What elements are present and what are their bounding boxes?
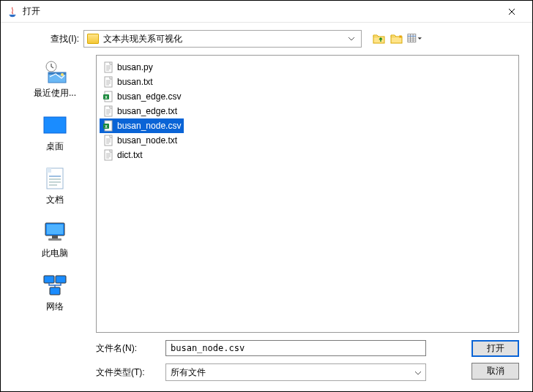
file-list[interactable]: busan.pybusan.txtXbusan_edge.csvbusan_ed… bbox=[96, 55, 519, 333]
java-icon bbox=[7, 6, 18, 18]
file-type-label: 文件类型(T): bbox=[96, 366, 165, 379]
file-name: dict.txt bbox=[117, 150, 143, 160]
up-folder-button[interactable] bbox=[372, 31, 387, 46]
file-item[interactable]: Xbusan_node.csv bbox=[100, 118, 184, 133]
file-item[interactable]: busan.txt bbox=[100, 75, 156, 89]
file-item[interactable]: busan.py bbox=[100, 60, 156, 75]
look-in-label: 查找(I): bbox=[14, 33, 83, 45]
svg-rect-19 bbox=[47, 225, 63, 234]
chevron-down-icon bbox=[345, 31, 358, 47]
sidebar-item-documents[interactable]: 文档 bbox=[14, 166, 96, 206]
text-file-icon bbox=[102, 135, 114, 146]
folder-icon bbox=[87, 34, 99, 44]
file-type-value: 所有文件 bbox=[171, 366, 415, 379]
documents-icon bbox=[41, 166, 69, 191]
text-file-icon bbox=[102, 149, 114, 161]
svg-rect-20 bbox=[52, 235, 58, 238]
file-item[interactable]: busan_edge.txt bbox=[100, 104, 180, 118]
sidebar-item-network[interactable]: 网络 bbox=[14, 273, 96, 313]
desktop-icon bbox=[41, 113, 69, 137]
view-menu-button[interactable] bbox=[407, 31, 422, 46]
svg-rect-22 bbox=[44, 276, 54, 283]
svg-rect-23 bbox=[56, 276, 66, 283]
bottom-buttons: 打开 取消 bbox=[471, 340, 519, 381]
svg-point-11 bbox=[61, 73, 64, 76]
look-in-folder: 文本共现关系可视化 bbox=[103, 33, 345, 45]
file-item[interactable]: busan_node.txt bbox=[100, 133, 180, 148]
open-button[interactable]: 打开 bbox=[471, 340, 519, 357]
sidebar-item-label: 最近使用... bbox=[34, 87, 76, 99]
file-item[interactable]: dict.txt bbox=[100, 148, 146, 162]
file-name: busan_edge.txt bbox=[117, 106, 177, 116]
chevron-down-icon bbox=[415, 367, 421, 377]
file-name: busan_node.csv bbox=[117, 121, 181, 131]
sidebar-item-label: 网络 bbox=[46, 301, 64, 313]
file-name: busan.py bbox=[117, 62, 153, 72]
titlebar: 打开 bbox=[1, 1, 532, 23]
svg-rect-0 bbox=[373, 37, 384, 43]
look-in-select[interactable]: 文本共现关系可视化 bbox=[83, 30, 362, 48]
close-button[interactable] bbox=[497, 1, 526, 22]
bottom-fields: 文件名(N): 文件类型(T): 所有文件 bbox=[96, 340, 447, 381]
sidebar-item-label: 此电脑 bbox=[42, 247, 68, 260]
look-in-row: 查找(I): 文本共现关系可视化 bbox=[14, 30, 519, 48]
sidebar-item-desktop[interactable]: 桌面 bbox=[14, 113, 96, 153]
svg-rect-24 bbox=[50, 287, 60, 295]
sidebar-item-computer[interactable]: 此电脑 bbox=[14, 219, 96, 260]
sidebar-item-label: 桌面 bbox=[46, 140, 64, 153]
bottom-row: 文件名(N): 文件类型(T): 所有文件 打开 取消 bbox=[14, 340, 519, 381]
excel-file-icon: X bbox=[102, 120, 114, 132]
text-file-icon bbox=[102, 76, 114, 88]
dialog-content: 查找(I): 文本共现关系可视化 最近使用. bbox=[1, 23, 532, 391]
file-name-label: 文件名(N): bbox=[96, 342, 165, 355]
file-name: busan.txt bbox=[117, 77, 153, 87]
svg-rect-21 bbox=[48, 238, 61, 241]
text-file-icon bbox=[102, 61, 114, 73]
sidebar-item-recent[interactable]: 最近使用... bbox=[14, 59, 96, 99]
file-item[interactable]: Xbusan_edge.csv bbox=[100, 89, 184, 104]
file-type-select[interactable]: 所有文件 bbox=[165, 363, 426, 381]
text-file-icon bbox=[102, 105, 114, 117]
file-name-input[interactable] bbox=[165, 340, 426, 356]
file-name: busan_edge.csv bbox=[117, 91, 181, 102]
network-icon bbox=[41, 273, 69, 298]
main-row: 最近使用...桌面文档此电脑网络 busan.pybusan.txtXbusan… bbox=[14, 55, 519, 333]
toolbar bbox=[372, 31, 422, 46]
window-title: 打开 bbox=[23, 5, 497, 18]
places-sidebar: 最近使用...桌面文档此电脑网络 bbox=[14, 55, 96, 333]
recent-icon bbox=[41, 59, 69, 84]
sidebar-item-label: 文档 bbox=[46, 194, 64, 206]
computer-icon bbox=[41, 219, 69, 244]
new-folder-button[interactable] bbox=[390, 31, 404, 46]
file-name: busan_node.txt bbox=[117, 135, 177, 146]
open-dialog: 打开 查找(I): 文本共现关系可视化 bbox=[0, 0, 533, 392]
cancel-button[interactable]: 取消 bbox=[471, 363, 519, 380]
svg-rect-12 bbox=[44, 117, 66, 133]
excel-file-icon: X bbox=[102, 91, 114, 102]
